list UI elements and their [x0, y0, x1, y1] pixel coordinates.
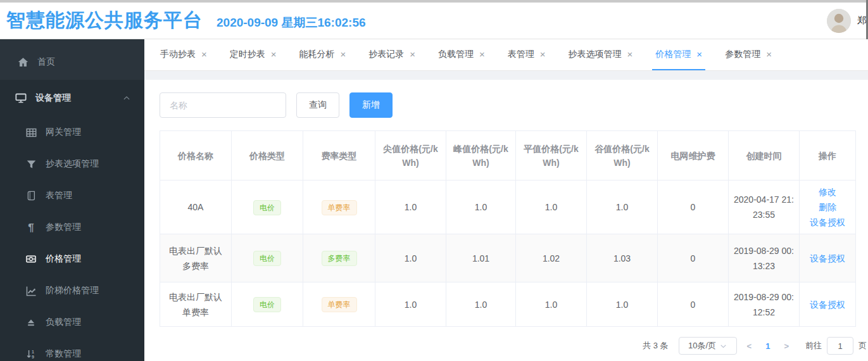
- content-card: 查询 新增 价格名称价格类型费率类型尖值价格(元/kWh)峰值价格(元/kWh)…: [144, 80, 868, 361]
- sidebar-item-label: 抄表选项管理: [46, 158, 99, 170]
- tab-价格管理[interactable]: 价格管理×: [652, 39, 705, 70]
- close-icon[interactable]: ×: [341, 49, 346, 59]
- chevron-up-icon: [123, 94, 130, 104]
- pilcrow-icon: ¶: [25, 222, 37, 233]
- prev-page-button[interactable]: <: [742, 341, 757, 351]
- table-row: 电表出厂默认单费率电价单费率1.01.01.01.002019-08-29 00…: [160, 282, 856, 327]
- action-link-删除[interactable]: 删除: [819, 200, 836, 215]
- column-header: 价格类型: [232, 131, 303, 180]
- sidebar-item-常数管理[interactable]: 19常数管理: [0, 338, 144, 361]
- header-datetime: 2020-09-09 星期三16:02:56: [217, 11, 366, 31]
- tab-抄表记录[interactable]: 抄表记录×: [365, 39, 418, 70]
- column-header: 费率类型: [303, 131, 375, 180]
- query-button[interactable]: 查询: [296, 92, 339, 118]
- cell-peak-price: 1.0: [446, 180, 516, 234]
- page-size-select[interactable]: 10条/页: [679, 337, 737, 355]
- sidebar-item-label: 负载管理: [46, 317, 81, 328]
- sidebar-item-表管理[interactable]: 表管理: [0, 180, 144, 212]
- tab-负载管理[interactable]: 负载管理×: [435, 39, 488, 70]
- sidebar-item-参数管理[interactable]: ¶参数管理: [0, 212, 144, 243]
- sidebar-item-label: 首页: [37, 56, 55, 68]
- tab-定时抄表[interactable]: 定时抄表×: [227, 39, 280, 70]
- cell-grid-fee: 0: [658, 282, 729, 327]
- close-icon[interactable]: ×: [201, 49, 207, 59]
- app-header: 智慧能源公共服务平台 2020-09-09 星期三16:02:56 郑: [0, 3, 868, 39]
- close-icon[interactable]: ×: [540, 49, 546, 59]
- sidebar-item-label: 常数管理: [46, 348, 81, 360]
- tab-参数管理[interactable]: 参数管理×: [722, 39, 775, 70]
- monitor-icon: [15, 92, 27, 104]
- close-icon[interactable]: ×: [766, 49, 772, 59]
- type-tag: 电价: [253, 251, 281, 266]
- next-page-button[interactable]: >: [779, 341, 794, 351]
- column-header: 创建时间: [729, 131, 800, 180]
- chevron-down-icon: [720, 343, 727, 350]
- sidebar-item-抄表选项管理[interactable]: 抄表选项管理: [0, 148, 144, 180]
- cell-rate-type: 多费率: [303, 234, 375, 282]
- close-icon[interactable]: ×: [627, 49, 633, 59]
- cell-valley-price: 1.0: [587, 282, 658, 327]
- tab-label: 抄表记录: [368, 49, 404, 60]
- action-link-设备授权[interactable]: 设备授权: [810, 215, 845, 230]
- tab-抄表选项管理[interactable]: 抄表选项管理×: [565, 39, 636, 70]
- column-header: 谷值价格(元/kWh): [587, 131, 658, 180]
- name-search-input[interactable]: [160, 92, 286, 118]
- close-icon[interactable]: ×: [696, 49, 702, 59]
- sidebar-group-label: 设备管理: [35, 92, 71, 104]
- cell-actions: 修改删除设备授权: [800, 180, 856, 234]
- table-row: 40A电价单费率1.01.01.01.002020-04-17 21:23:55…: [160, 180, 856, 234]
- sidebar-item-网关管理[interactable]: 网关管理: [0, 117, 144, 148]
- sidebar-item-label: 表管理: [46, 190, 72, 201]
- tab-bar: 手动抄表×定时抄表×能耗分析×抄表记录×负载管理×表管理×抄表选项管理×价格管理…: [144, 39, 868, 71]
- tab-能耗分析[interactable]: 能耗分析×: [296, 39, 349, 70]
- type-tag: 电价: [253, 200, 281, 215]
- cell-created-at: 2019-08-29 00:12:52: [729, 282, 800, 327]
- page-number[interactable]: 1: [762, 341, 774, 351]
- tab-手动抄表[interactable]: 手动抄表×: [157, 39, 210, 70]
- column-header: 尖值价格(元/kWh): [375, 131, 446, 180]
- home-icon: [17, 56, 28, 68]
- cell-created-at: 2019-08-29 00:13:23: [729, 234, 800, 282]
- avatar[interactable]: [827, 9, 851, 33]
- username: 郑: [857, 15, 867, 27]
- sidebar-item-label: 价格管理: [46, 253, 81, 265]
- column-header: 电网维护费: [658, 131, 729, 180]
- close-icon[interactable]: ×: [479, 49, 485, 59]
- add-button[interactable]: 新增: [349, 92, 393, 118]
- svg-text:1: 1: [32, 350, 34, 354]
- tab-label: 价格管理: [655, 49, 691, 60]
- close-icon[interactable]: ×: [271, 49, 277, 59]
- tab-表管理[interactable]: 表管理×: [505, 39, 549, 70]
- cell-valley-price: 1.0: [587, 180, 658, 234]
- gateway-grid-icon: [25, 127, 37, 138]
- sidebar-item-阶梯价格管理[interactable]: 阶梯价格管理: [0, 275, 144, 307]
- cell-flat-price: 1.0: [516, 282, 587, 327]
- column-header: 峰值价格(元/kWh): [446, 131, 516, 180]
- action-link-修改[interactable]: 修改: [819, 184, 836, 200]
- cell-created-at: 2020-04-17 21:23:55: [729, 180, 800, 234]
- close-icon[interactable]: ×: [410, 49, 415, 59]
- sidebar-item-负载管理[interactable]: 负载管理: [0, 307, 144, 338]
- avatar-photo: [827, 9, 851, 33]
- goto-page-input[interactable]: [827, 337, 853, 355]
- action-link-设备授权[interactable]: 设备授权: [810, 251, 845, 266]
- cell-peak-price: 1.01: [446, 234, 516, 282]
- cell-price-type: 电价: [232, 234, 303, 282]
- user-area[interactable]: 郑: [827, 9, 867, 33]
- sidebar-item-home[interactable]: 首页: [0, 44, 144, 80]
- type-tag: 单费率: [322, 200, 357, 215]
- column-header: 平值价格(元/kWh): [516, 131, 587, 180]
- sidebar: 首页 设备管理 网关管理抄表选项管理表管理¶参数管理价格管理阶梯价格管理负载管理…: [0, 39, 144, 361]
- cell-flat-price: 1.0: [516, 180, 587, 234]
- main-area: 手动抄表×定时抄表×能耗分析×抄表记录×负载管理×表管理×抄表选项管理×价格管理…: [144, 39, 868, 361]
- table-header-row: 价格名称价格类型费率类型尖值价格(元/kWh)峰值价格(元/kWh)平值价格(元…: [160, 131, 856, 180]
- app-title: 智慧能源公共服务平台: [6, 8, 203, 34]
- column-header: 价格名称: [160, 131, 232, 180]
- sidebar-item-价格管理[interactable]: 价格管理: [0, 243, 144, 275]
- cell-grid-fee: 0: [658, 234, 729, 282]
- chart-line-icon: [25, 285, 37, 296]
- tab-label: 表管理: [508, 49, 534, 60]
- svg-text:9: 9: [32, 355, 34, 359]
- sidebar-group-device-management[interactable]: 设备管理: [0, 80, 144, 117]
- action-link-设备授权[interactable]: 设备授权: [810, 297, 845, 312]
